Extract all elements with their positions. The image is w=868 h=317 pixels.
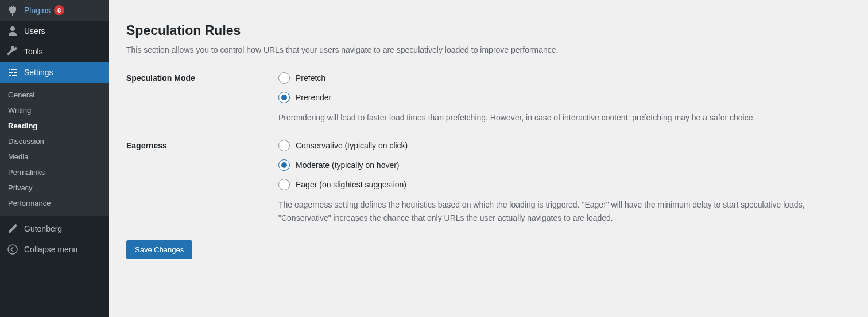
radio-label: Prefetch bbox=[296, 73, 326, 83]
plug-icon bbox=[7, 5, 18, 16]
submenu-permalinks[interactable]: Permalinks bbox=[0, 165, 109, 180]
submenu-performance[interactable]: Performance bbox=[0, 195, 109, 211]
sidebar-item-label: Tools bbox=[24, 47, 43, 56]
sliders-icon bbox=[7, 66, 18, 78]
eagerness-row: Eagerness Conservative (typically on cli… bbox=[126, 140, 857, 224]
speculation-mode-row: Speculation Mode Prefetch Prerender Prer… bbox=[126, 72, 857, 124]
submenu-reading[interactable]: Reading bbox=[0, 118, 109, 134]
sidebar-item-label: Users bbox=[24, 26, 45, 36]
save-changes-button[interactable]: Save Changes bbox=[126, 240, 192, 259]
plugins-update-badge: 8 bbox=[54, 5, 64, 15]
sidebar-item-tools[interactable]: Tools bbox=[0, 41, 109, 62]
svg-point-0 bbox=[8, 245, 17, 254]
radio-conservative-input[interactable] bbox=[278, 140, 290, 151]
eagerness-label: Eagerness bbox=[126, 140, 278, 224]
sidebar-item-label: Collapse menu bbox=[24, 245, 78, 254]
page-title: Speculation Rules bbox=[126, 23, 857, 38]
radio-label: Moderate (typically on hover) bbox=[296, 161, 400, 170]
sidebar-item-users[interactable]: Users bbox=[0, 21, 109, 41]
collapse-icon bbox=[7, 244, 18, 255]
sidebar-item-plugins[interactable]: Plugins 8 bbox=[0, 0, 109, 21]
radio-prefetch[interactable]: Prefetch bbox=[278, 72, 857, 84]
radio-label: Prerender bbox=[296, 93, 331, 102]
radio-label: Eager (on slightest suggestion) bbox=[296, 180, 406, 189]
radio-conservative[interactable]: Conservative (typically on click) bbox=[278, 140, 857, 151]
sidebar-collapse[interactable]: Collapse menu bbox=[0, 239, 109, 260]
sidebar-item-settings[interactable]: Settings bbox=[0, 62, 109, 83]
sidebar-item-label: Settings bbox=[24, 68, 53, 77]
sidebar-item-gutenberg[interactable]: Gutenberg bbox=[0, 218, 109, 239]
radio-prerender[interactable]: Prerender bbox=[278, 92, 857, 103]
submenu-privacy[interactable]: Privacy bbox=[0, 180, 109, 195]
submenu-media[interactable]: Media bbox=[0, 149, 109, 165]
radio-moderate-input[interactable] bbox=[278, 159, 290, 171]
radio-eager[interactable]: Eager (on slightest suggestion) bbox=[278, 179, 857, 190]
page-intro: This section allows you to control how U… bbox=[126, 44, 857, 56]
radio-prerender-input[interactable] bbox=[278, 92, 290, 103]
submenu-general[interactable]: General bbox=[0, 87, 109, 103]
pencil-icon bbox=[7, 223, 18, 234]
mode-description: Prerendering will lead to faster load ti… bbox=[278, 111, 830, 124]
wrench-icon bbox=[7, 46, 18, 57]
main-content: Speculation Rules This section allows yo… bbox=[109, 0, 868, 317]
user-icon bbox=[7, 25, 18, 37]
settings-submenu: General Writing Reading Discussion Media… bbox=[0, 83, 109, 216]
eagerness-description: The eagerness setting defines the heuris… bbox=[278, 198, 830, 224]
admin-sidebar: Plugins 8 Users Tools Settings General W… bbox=[0, 0, 109, 317]
sidebar-item-label: Plugins bbox=[24, 6, 51, 15]
radio-prefetch-input[interactable] bbox=[278, 72, 290, 84]
radio-moderate[interactable]: Moderate (typically on hover) bbox=[278, 159, 857, 171]
radio-label: Conservative (typically on click) bbox=[296, 141, 408, 150]
sidebar-item-label: Gutenberg bbox=[24, 224, 62, 233]
submenu-discussion[interactable]: Discussion bbox=[0, 134, 109, 149]
speculation-mode-label: Speculation Mode bbox=[126, 72, 278, 124]
submenu-writing[interactable]: Writing bbox=[0, 103, 109, 118]
radio-eager-input[interactable] bbox=[278, 179, 290, 190]
